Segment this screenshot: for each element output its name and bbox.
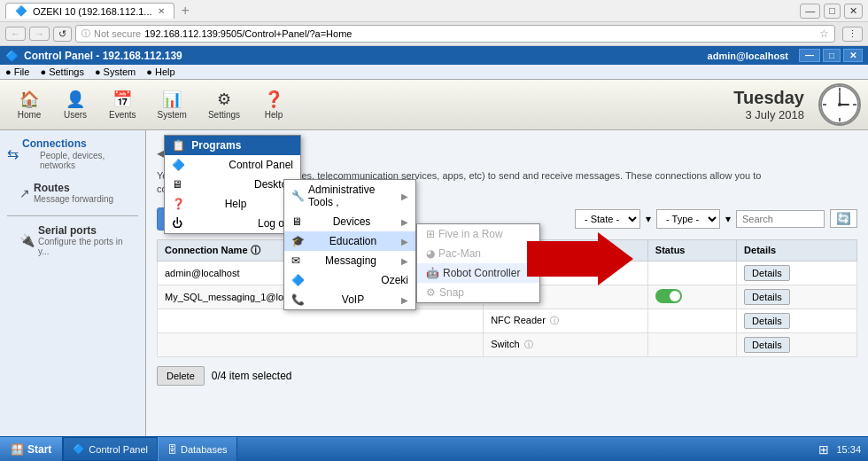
row1-type: Admin ⓘ [484,261,648,285]
row4-details-cell: Details [737,332,857,356]
toolbar: 🏠 Home 👤 Users 📅 Events 📊 System ⚙ Setti… [0,80,868,130]
system-icon: 📊 [162,90,182,109]
table-row: NFC Reader ⓘ Details [158,309,857,332]
main-layout: ⇆ Connections People, devices, networks … [0,130,868,460]
table-row: Switch ⓘ Details [158,332,857,356]
sidebar-divider [7,215,138,216]
routes-icon: ↗ [19,186,30,200]
users-label: Users [64,110,87,120]
taskbar-db-label: Databases [181,444,228,455]
window-min-btn[interactable]: — [800,4,820,19]
sidebar-connections-header[interactable]: ⇆ Connections People, devices, networks [7,137,138,170]
row1-details-btn[interactable]: Details [744,265,790,281]
app-window: 🔷 Control Panel - 192.168.112.139 admin@… [0,46,868,460]
taskbar-time: 15:34 [836,444,861,455]
row3-name [158,309,484,332]
toolbar-events-btn[interactable]: 📅 Events [99,86,146,123]
toolbar-users-btn[interactable]: 👤 Users [53,86,97,123]
back-arrow[interactable]: ◀ [157,145,167,161]
toolbar-settings-btn[interactable]: ⚙ Settings [198,86,250,123]
sql-toggle[interactable] [655,289,682,303]
settings-icon: ⚙ [217,90,231,109]
app-max-btn[interactable]: □ [823,49,841,62]
start-btn[interactable]: 🪟 Start [0,437,63,461]
taskbar-cp-label: Control Panel [89,444,148,455]
sidebar-routes-item[interactable]: ↗ Routes Message forwarding [14,179,138,207]
system-label: System [158,110,187,120]
col-type: Type [484,239,648,261]
refresh-btn[interactable]: ↺ [53,27,72,42]
bookmark-btn[interactable]: ☆ [819,27,829,40]
sidebar-serial-item[interactable]: 🔌 Serial ports Configure the ports in y.… [14,222,138,259]
table-row: My_SQL_messaging_1@localhost SQL ⓘ Detai… [158,285,857,309]
state-dropdown-icon: ▾ [646,213,651,225]
extensions-btn[interactable]: ⋮ [842,27,863,42]
svg-point-7 [838,103,841,106]
menu-system[interactable]: ● System [95,66,136,77]
row1-status [647,261,736,285]
app-menu-bar: ● File ● Settings ● System ● Help [0,65,868,80]
new-tab-btn[interactable]: + [182,3,190,19]
row4-details-btn[interactable]: Details [744,337,790,353]
app-icon: 🔷 [5,50,19,62]
toolbar-help-btn[interactable]: ❓ Help [252,86,296,123]
window-close-btn[interactable]: ✕ [844,4,863,19]
sidebar-connections-section: ⇆ Connections People, devices, networks [7,137,138,170]
serial-title: Serial ports [38,224,133,237]
row2-details-cell: Details [737,285,857,309]
menu-file[interactable]: ● File [5,66,29,77]
delete-btn[interactable]: Delete [157,366,205,386]
connections-icon: ⇆ [7,145,19,162]
refresh-connections-btn[interactable]: 🔄 [830,209,857,228]
clock-date: 3 July 2018 [733,108,804,121]
row3-details-cell: Details [737,309,857,332]
search-input[interactable] [736,210,825,228]
clock-day: Tuesday [733,88,804,108]
row2-details-btn[interactable]: Details [744,289,790,305]
toolbar-home-btn[interactable]: 🏠 Home [7,86,51,123]
tab-close-btn[interactable]: ✕ [158,6,165,16]
row4-status [647,332,736,356]
menu-help[interactable]: ● Help [146,66,174,77]
row4-type: Switch ⓘ [484,332,648,356]
menu-settings[interactable]: ● Settings [40,66,83,77]
taskbar-right: ⊞ 15:34 [811,442,868,457]
row1-details-cell: Details [737,261,857,285]
forward-btn[interactable]: → [29,27,50,41]
serial-sub: Configure the ports in y... [38,237,133,256]
type-dropdown-icon: ▾ [725,213,731,225]
users-icon: 👤 [66,90,85,109]
col-details: Details [737,239,857,261]
taskbar-databases[interactable]: 🗄 Databases [158,437,237,461]
create-connection-btn[interactable]: Create new Connection [157,207,291,230]
back-btn[interactable]: ← [5,27,26,41]
start-label: Start [27,443,51,456]
app-close-btn[interactable]: ✕ [843,49,863,62]
settings-label: Settings [208,110,240,120]
app-user: admin@localhost [708,51,788,61]
browser-title-bar: 🔷 OZEKI 10 (192.168.112.1... ✕ + — □ ✕ [0,0,868,22]
address-text[interactable]: 192.168.112.139:9505/Control+Panel/?a=Ho… [144,28,816,39]
state-filter[interactable]: - State - [575,209,640,229]
sidebar-serial-section: 🔌 Serial ports Configure the ports in y.… [7,222,138,259]
app-min-btn[interactable]: — [799,49,820,62]
browser-tab[interactable]: 🔷 OZEKI 10 (192.168.112.1... ✕ [5,3,174,19]
taskbar-control-panel[interactable]: 🔷 Control Panel [63,437,158,461]
window-max-btn[interactable]: □ [824,4,841,19]
col-status: Status [647,239,736,261]
clock-section: Tuesday 3 July 2018 [733,83,861,126]
row1-name: admin@localhost [158,261,484,285]
routes-sub: Message forwarding [34,194,113,204]
row3-type: NFC Reader ⓘ [484,309,648,332]
app-title: Control Panel - 192.168.112.139 [24,50,182,62]
toolbar-system-btn[interactable]: 📊 System [148,86,197,123]
home-label: Home [18,110,42,120]
row4-name [158,332,484,356]
connections-table: Connection Name ⓘ Type Status Details ad… [157,239,857,357]
events-icon: 📅 [112,90,132,109]
help-icon: ❓ [264,90,283,109]
sidebar: ⇆ Connections People, devices, networks … [0,130,146,460]
type-filter[interactable]: - Type - [656,209,720,229]
browser-nav-bar: ← → ↺ ⓘ Not secure 192.168.112.139:9505/… [0,22,868,46]
row3-details-btn[interactable]: Details [744,313,790,329]
